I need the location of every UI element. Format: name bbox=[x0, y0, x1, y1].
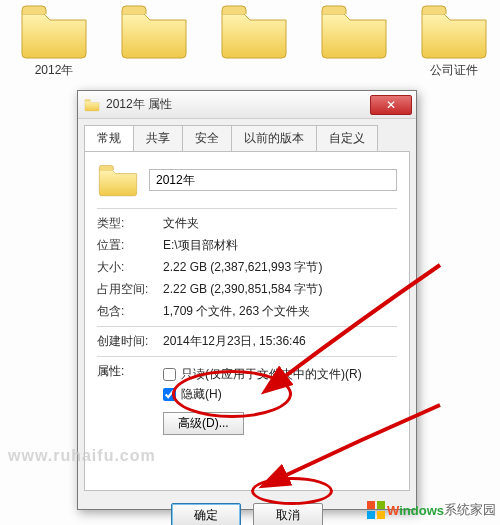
svg-rect-0 bbox=[367, 501, 375, 509]
tab-security[interactable]: 安全 bbox=[182, 125, 232, 151]
dialog-title: 2012年 属性 bbox=[106, 96, 172, 113]
hidden-checkbox[interactable] bbox=[163, 388, 176, 401]
close-icon: ✕ bbox=[386, 98, 396, 112]
label-contains: 包含: bbox=[97, 303, 163, 320]
watermark: www.ruhaifu.com bbox=[8, 447, 156, 465]
value-type: 文件夹 bbox=[163, 215, 397, 232]
readonly-checkbox[interactable] bbox=[163, 368, 176, 381]
value-size-on-disk: 2.22 GB (2,390,851,584 字节) bbox=[163, 281, 397, 298]
folder-icon bbox=[97, 162, 139, 198]
separator bbox=[97, 208, 397, 209]
hidden-label: 隐藏(H) bbox=[181, 386, 222, 403]
advanced-button[interactable]: 高级(D)... bbox=[163, 412, 244, 435]
desktop-folder[interactable]: 公司证件 bbox=[418, 2, 490, 118]
label-attributes: 属性: bbox=[97, 363, 163, 435]
folder-icon bbox=[18, 2, 90, 60]
general-pane: 类型:文件夹 位置:E:\项目部材料 大小:2.22 GB (2,387,621… bbox=[84, 151, 410, 491]
label-type: 类型: bbox=[97, 215, 163, 232]
folder-label: 2012年 bbox=[35, 62, 74, 79]
tab-sharing[interactable]: 共享 bbox=[133, 125, 183, 151]
separator bbox=[97, 326, 397, 327]
value-created: 2014年12月23日, 15:36:46 bbox=[163, 333, 397, 350]
folder-icon bbox=[318, 2, 390, 60]
folder-icon bbox=[218, 2, 290, 60]
tab-general[interactable]: 常规 bbox=[84, 125, 134, 151]
tab-previous-versions[interactable]: 以前的版本 bbox=[231, 125, 317, 151]
label-location: 位置: bbox=[97, 237, 163, 254]
svg-rect-2 bbox=[367, 511, 375, 519]
value-location: E:\项目部材料 bbox=[163, 237, 397, 254]
folder-icon bbox=[118, 2, 190, 60]
dialog-button-bar: 确定 取消 bbox=[78, 497, 416, 525]
separator bbox=[97, 356, 397, 357]
tab-strip: 常规 共享 安全 以前的版本 自定义 bbox=[84, 125, 410, 151]
readonly-label: 只读(仅应用于文件夹中的文件)(R) bbox=[181, 366, 362, 383]
value-size: 2.22 GB (2,387,621,993 字节) bbox=[163, 259, 397, 276]
ok-button[interactable]: 确定 bbox=[171, 503, 241, 525]
titlebar[interactable]: 2012年 属性 ✕ bbox=[78, 91, 416, 119]
readonly-row[interactable]: 只读(仅应用于文件夹中的文件)(R) bbox=[163, 366, 397, 383]
folder-icon bbox=[84, 98, 100, 112]
folder-label: 公司证件 bbox=[430, 62, 478, 79]
folder-icon bbox=[418, 2, 490, 60]
folder-name-input[interactable] bbox=[149, 169, 397, 191]
svg-rect-3 bbox=[377, 511, 385, 519]
windows-logo-icon bbox=[367, 501, 385, 519]
cancel-button[interactable]: 取消 bbox=[253, 503, 323, 525]
value-contains: 1,709 个文件, 263 个文件夹 bbox=[163, 303, 397, 320]
tab-customize[interactable]: 自定义 bbox=[316, 125, 378, 151]
svg-rect-1 bbox=[377, 501, 385, 509]
label-created: 创建时间: bbox=[97, 333, 163, 350]
hidden-row[interactable]: 隐藏(H) bbox=[163, 386, 397, 403]
label-size: 大小: bbox=[97, 259, 163, 276]
close-button[interactable]: ✕ bbox=[370, 95, 412, 115]
watermark-logo: Windows系统家园 bbox=[367, 501, 496, 519]
label-size-on-disk: 占用空间: bbox=[97, 281, 163, 298]
